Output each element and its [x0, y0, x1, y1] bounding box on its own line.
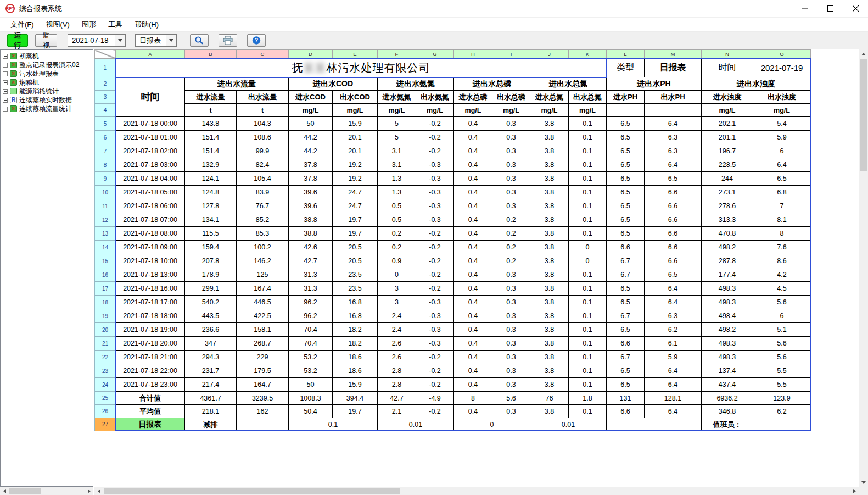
maximize-button[interactable]	[817, 0, 843, 17]
time-cell[interactable]: 2021-07-18 19:00	[116, 323, 185, 337]
value-cell[interactable]: 1.3	[378, 172, 416, 186]
value-cell[interactable]: 96.2	[289, 309, 333, 323]
value-cell[interactable]: 19.7	[333, 213, 378, 227]
value-cell[interactable]: 0.4	[454, 323, 492, 337]
value-cell[interactable]: 151.4	[185, 144, 237, 158]
value-cell[interactable]: 4.5	[753, 282, 811, 296]
menu-item[interactable]: 文件(F)	[4, 18, 40, 31]
unit-cell[interactable]: t	[237, 104, 289, 117]
value-cell[interactable]: 0.4	[454, 364, 492, 378]
value-cell[interactable]: 123.9	[753, 392, 811, 405]
value-cell[interactable]: 0.2	[492, 213, 530, 227]
value-cell[interactable]: 0.3	[492, 378, 530, 392]
value-cell[interactable]: 6.5	[607, 378, 645, 392]
value-cell[interactable]: 0.3	[492, 323, 530, 337]
value-cell[interactable]: 7	[753, 199, 811, 213]
value-cell[interactable]: 42.7	[378, 392, 416, 405]
type-value-cell[interactable]: 日报表	[645, 59, 702, 77]
value-cell[interactable]: 0.4	[454, 296, 492, 309]
value-cell[interactable]: 4.2	[753, 268, 811, 282]
value-cell[interactable]: 3.8	[530, 213, 569, 227]
value-cell[interactable]: 6.5	[607, 172, 645, 186]
value-cell[interactable]: 0.4	[454, 337, 492, 351]
value-cell[interactable]: 278.6	[702, 199, 753, 213]
value-cell[interactable]: 0.1	[569, 186, 607, 199]
value-cell[interactable]: 0.2	[492, 241, 530, 254]
value-cell[interactable]: 44.2	[289, 131, 333, 144]
sub-header[interactable]: 进水COD	[289, 91, 333, 104]
value-cell[interactable]: 53.2	[289, 351, 333, 364]
value-cell[interactable]: -0.3	[416, 158, 454, 172]
row-header[interactable]: 8	[95, 158, 116, 172]
value-cell[interactable]: -0.2	[416, 378, 454, 392]
value-cell[interactable]: 6.5	[607, 186, 645, 199]
value-cell[interactable]: 19.2	[333, 172, 378, 186]
value-cell[interactable]: 0.3	[492, 282, 530, 296]
time-value-cell[interactable]: 2021-07-19	[753, 59, 811, 77]
value-cell[interactable]: 0.9	[378, 254, 416, 268]
chevron-down-icon[interactable]	[166, 35, 176, 46]
value-cell[interactable]: 70.4	[289, 337, 333, 351]
value-cell[interactable]: 7.6	[753, 241, 811, 254]
value-cell[interactable]: 6.5	[645, 172, 702, 186]
group-header[interactable]: 进出水总氮	[530, 77, 607, 91]
value-cell[interactable]: 38.8	[289, 227, 333, 241]
time-cell[interactable]: 2021-07-18 22:00	[116, 364, 185, 378]
value-cell[interactable]: 5.5	[753, 378, 811, 392]
value-cell[interactable]: -0.2	[416, 144, 454, 158]
value-cell[interactable]: 6.4	[645, 405, 702, 418]
value-cell[interactable]: 228.5	[702, 158, 753, 172]
value-cell[interactable]: 5.5	[753, 364, 811, 378]
group-header[interactable]: 进出水流量	[185, 77, 289, 91]
time-cell[interactable]: 2021-07-18 23:00	[116, 378, 185, 392]
value-cell[interactable]: 207.8	[185, 254, 237, 268]
expand-plus-icon[interactable]	[3, 71, 8, 76]
value-cell[interactable]: 3.8	[530, 309, 569, 323]
row-header[interactable]: 9	[95, 172, 116, 186]
value-cell[interactable]: 3.8	[530, 158, 569, 172]
value-cell[interactable]: 0.4	[454, 131, 492, 144]
value-cell[interactable]: 24.7	[333, 199, 378, 213]
value-cell[interactable]: 0.01	[378, 418, 454, 431]
row-header[interactable]: 22	[95, 351, 116, 364]
value-cell[interactable]: -0.2	[416, 282, 454, 296]
row-header[interactable]: 26	[95, 405, 116, 418]
value-cell[interactable]: 5.1	[753, 323, 811, 337]
row-header[interactable]: 6	[95, 131, 116, 144]
value-cell[interactable]: 0.4	[454, 309, 492, 323]
value-cell[interactable]: 6.6	[607, 337, 645, 351]
value-cell[interactable]: 0.2	[378, 227, 416, 241]
value-cell[interactable]: -0.2	[416, 364, 454, 378]
close-button[interactable]	[843, 0, 868, 17]
value-cell[interactable]: 83.9	[237, 186, 289, 199]
value-cell[interactable]: 0.1	[569, 158, 607, 172]
value-cell[interactable]: 0.5	[378, 199, 416, 213]
value-cell[interactable]: 3.8	[530, 227, 569, 241]
value-cell[interactable]: 6.8	[753, 186, 811, 199]
value-cell[interactable]: 151.4	[185, 131, 237, 144]
value-cell[interactable]: 0.3	[492, 309, 530, 323]
column-header-G[interactable]: G	[416, 50, 454, 59]
value-cell[interactable]: -0.3	[416, 213, 454, 227]
value-cell[interactable]: 6.5	[607, 364, 645, 378]
value-cell[interactable]: 20.5	[333, 254, 378, 268]
value-cell[interactable]: 6.5	[607, 158, 645, 172]
value-cell[interactable]: -0.3	[416, 199, 454, 213]
value-cell[interactable]: 44.2	[289, 144, 333, 158]
value-cell[interactable]: 6.6	[645, 227, 702, 241]
value-cell[interactable]: 437.4	[702, 378, 753, 392]
column-header-C[interactable]: C	[237, 50, 289, 59]
column-header-K[interactable]: K	[569, 50, 607, 59]
value-cell[interactable]: 50.4	[289, 405, 333, 418]
value-cell[interactable]: 50	[289, 378, 333, 392]
value-cell[interactable]: 105.4	[237, 172, 289, 186]
tree-horizontal-scrollbar[interactable]	[0, 487, 93, 495]
column-header-N[interactable]: N	[702, 50, 753, 59]
value-cell[interactable]: 124.8	[185, 186, 237, 199]
scroll-up-button[interactable]	[859, 49, 868, 58]
menu-item[interactable]: 工具	[102, 18, 128, 31]
value-cell[interactable]: 18.6	[333, 364, 378, 378]
value-cell[interactable]: 0.1	[569, 144, 607, 158]
minimize-button[interactable]	[792, 0, 817, 17]
value-cell[interactable]: 96.2	[289, 296, 333, 309]
